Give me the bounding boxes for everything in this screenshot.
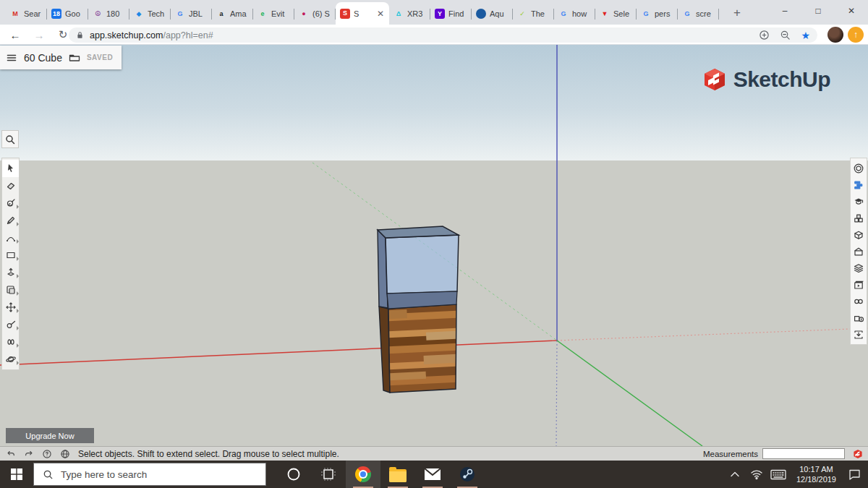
tab-favicon: ▼ [600, 9, 610, 19]
panel-components-button[interactable] [851, 210, 867, 226]
wifi-icon[interactable] [747, 461, 766, 488]
browser-tab-11[interactable]: Aqu [472, 3, 513, 25]
browser-tab-3[interactable]: ◆Tech [129, 3, 171, 25]
panel-display-button[interactable] [851, 293, 867, 309]
right-panel-rail [850, 158, 867, 345]
extension-icon[interactable]: ↑ [848, 27, 864, 43]
tab-close-icon[interactable]: ✕ [376, 9, 385, 19]
panel-instructor-button[interactable] [851, 193, 867, 210]
tab-title: pers [655, 9, 673, 18]
browser-tab-14[interactable]: ▼Sele [595, 3, 637, 25]
left-tool-palette [1, 158, 20, 370]
bookmark-star-icon[interactable]: ★ [801, 30, 810, 41]
flyout-arrow-icon [17, 309, 19, 313]
flyout-arrow-icon [17, 205, 19, 209]
browser-tab-2[interactable]: ☮180 [88, 3, 129, 25]
document-title[interactable]: 60 Cube [24, 52, 62, 64]
keyboard-icon[interactable] [769, 461, 788, 488]
window-minimize-button[interactable]: – [768, 0, 801, 22]
help-icon[interactable] [40, 448, 54, 461]
browser-tab-12[interactable]: ✓The [513, 3, 554, 25]
mail-taskbar-icon[interactable] [415, 461, 450, 488]
window-maximize-button[interactable]: □ [801, 0, 835, 22]
blue-axis-dashed [556, 341, 557, 446]
sketchup-viewport[interactable]: 60 Cube SAVED SketchUp Upgrade Now [0, 45, 868, 446]
tool-select-button[interactable] [2, 160, 19, 177]
browser-tab-6[interactable]: eEvit [253, 3, 294, 25]
new-tab-button[interactable]: + [729, 5, 745, 21]
tool-eraser-button[interactable] [2, 177, 19, 194]
task-view-button[interactable] [311, 461, 346, 488]
tab-title: Tech [148, 9, 166, 18]
browser-tab-5[interactable]: aAma [212, 3, 253, 25]
browser-tab-15[interactable]: Gpers [637, 3, 678, 25]
panel-3d-warehouse-button[interactable] [851, 326, 867, 343]
tool-orbit-button[interactable] [2, 351, 19, 368]
measurements-input[interactable] [762, 448, 845, 459]
panel-model-info-button[interactable] [851, 309, 867, 326]
tool-push-pull-button[interactable] [2, 264, 19, 281]
steam-taskbar-icon[interactable] [450, 461, 485, 488]
language-globe-icon[interactable] [58, 448, 72, 461]
flyout-arrow-icon [17, 257, 19, 261]
panel-outliner-button[interactable] [851, 176, 867, 193]
tool-move-button[interactable] [2, 299, 19, 316]
tool-line-button[interactable] [2, 212, 19, 229]
panel-materials-button[interactable] [851, 226, 867, 243]
tab-favicon: ✓ [517, 9, 527, 19]
browser-tab-13[interactable]: Ghow [554, 3, 595, 25]
taskbar-search-box[interactable]: Type here to search [33, 463, 266, 486]
tab-title: Sele [613, 9, 632, 18]
browser-tab-16[interactable]: Gscre [678, 3, 719, 25]
panel-entity-info-button[interactable] [851, 160, 867, 176]
redo-icon[interactable] [22, 448, 36, 461]
tab-title: how [572, 9, 591, 18]
sketchup-logo-text: SketchUp [733, 67, 830, 92]
tool-paint-button[interactable] [2, 194, 19, 212]
start-button[interactable] [0, 461, 33, 488]
browser-tab-4[interactable]: GJBL [171, 3, 212, 25]
undo-icon[interactable] [4, 448, 18, 461]
zoom-out-search-icon[interactable] [780, 30, 791, 40]
tool-rectangle-button[interactable] [2, 247, 19, 264]
browser-tab-9[interactable]: ΔXR3 [389, 3, 430, 25]
cortana-button[interactable] [276, 461, 311, 488]
browser-tab-1[interactable]: 18Goo [47, 3, 88, 25]
file-explorer-taskbar-icon[interactable] [380, 461, 415, 488]
panel-styles-button[interactable] [851, 243, 867, 260]
notification-center-icon[interactable] [845, 461, 864, 488]
tray-chevron-up-icon[interactable] [726, 461, 744, 488]
chrome-taskbar-icon[interactable] [346, 461, 380, 488]
zoom-in-icon[interactable] [759, 30, 770, 40]
tool-walk-button[interactable] [2, 333, 19, 351]
tool-offset-button[interactable] [2, 281, 19, 299]
panel-scenes-button[interactable] [851, 276, 867, 293]
tool-tape-measure-button[interactable] [2, 316, 19, 333]
tool-arc-button[interactable] [2, 229, 19, 247]
browser-tab-10[interactable]: YFind [430, 3, 472, 25]
window-close-button[interactable]: ✕ [835, 0, 868, 22]
glass-front-face [386, 235, 459, 294]
tab-favicon: G [682, 9, 692, 19]
saved-status-badge: SAVED [87, 53, 113, 61]
menu-hamburger-icon[interactable] [6, 52, 17, 64]
search-tool-button[interactable] [1, 130, 19, 148]
forward-button[interactable]: → [31, 27, 47, 43]
browser-tab-8[interactable]: SS✕ [336, 2, 389, 25]
red-axis [0, 341, 557, 365]
taskbar-clock[interactable]: 10:17 AM 12/18/2019 [791, 464, 842, 484]
upgrade-now-button[interactable]: Upgrade Now [6, 428, 94, 443]
address-bar[interactable]: app.sketchup.com/app?hl=en# ★ [69, 27, 817, 43]
sketchup-badge-icon [852, 448, 864, 460]
panel-layers-button[interactable] [851, 260, 867, 276]
lock-icon [76, 31, 84, 39]
browser-tab-7[interactable]: ●(6) S [294, 3, 336, 25]
profile-avatar[interactable] [827, 27, 843, 43]
folder-open-icon[interactable] [69, 52, 80, 64]
back-button[interactable]: ← [7, 27, 23, 43]
tab-title: 180 [106, 9, 125, 18]
tab-favicon: G [641, 9, 651, 19]
browser-tab-0[interactable]: MSear [6, 3, 47, 25]
tab-favicon: G [558, 9, 569, 19]
measurements-label: Measurements [703, 450, 758, 458]
